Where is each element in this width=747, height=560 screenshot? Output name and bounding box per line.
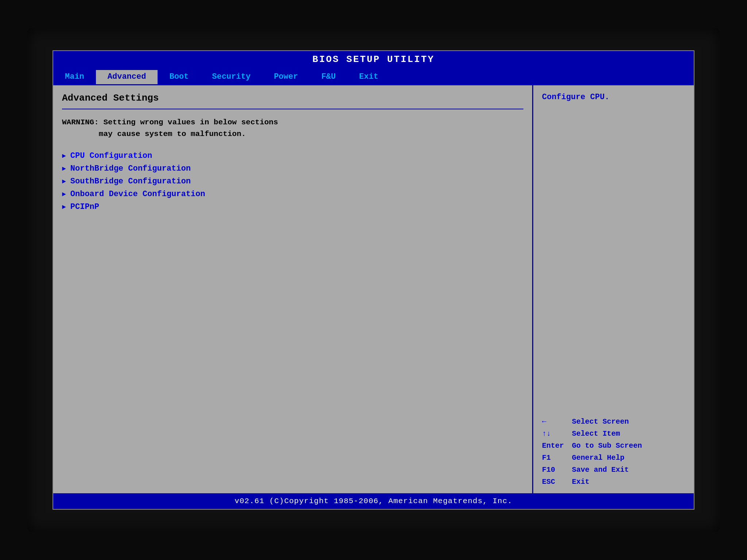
key-desc-f1: General Help <box>572 454 624 462</box>
right-panel: Configure CPU. ← Select Screen ↑↓ Select… <box>533 85 694 493</box>
main-content: Advanced Settings WARNING: Setting wrong… <box>53 85 694 493</box>
key-f10: F10 <box>542 466 568 474</box>
key-desc-select-screen: Select Screen <box>572 417 629 426</box>
key-desc-select-item: Select Item <box>572 429 620 438</box>
menu-items: ► CPU Configuration ► NorthBridge Config… <box>62 151 523 211</box>
key-updown: ↑↓ <box>542 429 568 438</box>
key-row-esc: ESC Exit <box>542 478 685 486</box>
key-desc-esc: Exit <box>572 478 589 486</box>
key-esc: ESC <box>542 478 568 486</box>
key-arrow: ← <box>542 417 568 426</box>
nav-main[interactable]: Main <box>53 70 96 84</box>
menu-item-northbridge[interactable]: ► NorthBridge Configuration <box>62 164 523 173</box>
key-row-f1: F1 General Help <box>542 454 685 462</box>
key-f1: F1 <box>542 454 568 462</box>
menu-item-onboard[interactable]: ► Onboard Device Configuration <box>62 190 523 199</box>
menu-item-northbridge-label: NorthBridge Configuration <box>70 164 191 173</box>
nav-power[interactable]: Power <box>262 70 310 84</box>
menu-item-pcipnp-label: PCIPnP <box>70 202 99 211</box>
menu-item-cpu[interactable]: ► CPU Configuration <box>62 151 523 160</box>
menu-item-cpu-label: CPU Configuration <box>70 151 152 160</box>
arrow-icon-northbridge: ► <box>62 165 66 172</box>
bios-container: BIOS SETUP UTILITY Main Advanced Boot Se… <box>53 50 694 510</box>
nav-exit[interactable]: Exit <box>348 70 390 84</box>
warning-text: WARNING: Setting wrong values in below s… <box>62 117 523 140</box>
nav-boot[interactable]: Boot <box>158 70 200 84</box>
key-row-select-item: ↑↓ Select Item <box>542 429 685 438</box>
footer-text: v02.61 (C)Copyright 1985-2006, American … <box>235 497 512 505</box>
menu-item-onboard-label: Onboard Device Configuration <box>70 190 205 199</box>
panel-divider <box>62 109 523 109</box>
key-row-select-screen: ← Select Screen <box>542 417 685 426</box>
key-desc-f10: Save and Exit <box>572 466 629 474</box>
menu-item-southbridge[interactable]: ► SouthBridge Configuration <box>62 177 523 186</box>
help-text: Configure CPU. <box>542 93 685 102</box>
nav-security[interactable]: Security <box>200 70 262 84</box>
key-guide: ← Select Screen ↑↓ Select Item Enter Go … <box>542 417 685 486</box>
menu-item-pcipnp[interactable]: ► PCIPnP <box>62 202 523 211</box>
footer-bar: v02.61 (C)Copyright 1985-2006, American … <box>53 493 694 509</box>
title-bar: BIOS SETUP UTILITY <box>53 51 694 68</box>
key-desc-enter: Go to Sub Screen <box>572 442 642 450</box>
arrow-icon-onboard: ► <box>62 191 66 198</box>
nav-bar: Main Advanced Boot Security Power F&U Ex… <box>53 68 694 85</box>
bios-title: BIOS SETUP UTILITY <box>313 54 435 65</box>
nav-fnu[interactable]: F&U <box>310 70 348 84</box>
key-enter: Enter <box>542 442 568 450</box>
arrow-icon-southbridge: ► <box>62 178 66 185</box>
nav-advanced[interactable]: Advanced <box>96 70 158 84</box>
key-row-enter: Enter Go to Sub Screen <box>542 442 685 450</box>
screen-bezel: BIOS SETUP UTILITY Main Advanced Boot Se… <box>27 28 720 532</box>
arrow-icon-pcipnp: ► <box>62 203 66 211</box>
arrow-icon-cpu: ► <box>62 152 66 160</box>
panel-title: Advanced Settings <box>62 93 523 104</box>
menu-item-southbridge-label: SouthBridge Configuration <box>70 177 191 186</box>
key-row-f10: F10 Save and Exit <box>542 466 685 474</box>
left-panel: Advanced Settings WARNING: Setting wrong… <box>53 85 533 493</box>
